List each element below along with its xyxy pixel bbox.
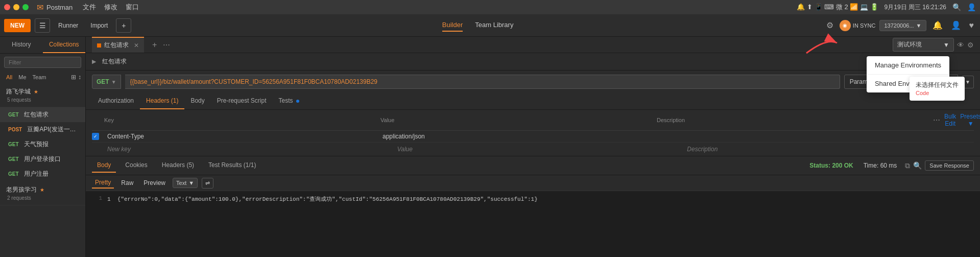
new-button[interactable]: NEW: [4, 19, 31, 32]
resp-tab-headers[interactable]: Headers (5): [157, 158, 199, 173]
account-button[interactable]: 13720006... ▼: [879, 20, 926, 31]
resp-tab-cookies[interactable]: Cookies: [120, 158, 152, 173]
user-icon[interactable]: 👤: [967, 3, 976, 11]
url-input[interactable]: [125, 75, 840, 89]
star-icon: ★: [34, 89, 38, 95]
request-tab-name[interactable]: 红包请求: [104, 41, 129, 50]
runner-button[interactable]: Runner: [54, 22, 82, 29]
star-icon: ★: [40, 187, 44, 193]
sidebar-toggle-button[interactable]: ☰: [35, 18, 50, 33]
resp-tab-test-results[interactable]: Test Results (1/1): [203, 158, 261, 173]
body-type-select[interactable]: Text ▼: [173, 178, 198, 188]
sidebar-filter: [0, 54, 85, 71]
sync-badge: ◉ IN SYNC: [840, 20, 876, 31]
request-item-register[interactable]: GET 用户注册: [0, 167, 85, 181]
sidebar-row-tab-all[interactable]: All: [4, 73, 14, 81]
request-item-hongbao[interactable]: GET 红包请求: [0, 107, 85, 122]
breadcrumb-arrow: ▶: [92, 58, 96, 65]
presets-button[interactable]: Presets ▼: [960, 113, 980, 127]
manage-environments-item[interactable]: Manage Environments: [867, 56, 949, 74]
request-tabs: Authorization Headers (1) Body Pre-reque…: [86, 93, 980, 110]
request-item-login[interactable]: GET 用户登录接口: [0, 152, 85, 167]
add-tab-icon[interactable]: +: [148, 40, 161, 50]
tab-builder[interactable]: Builder: [442, 19, 463, 32]
datetime: 9月19日 周三 16:21:26: [885, 3, 946, 12]
new-key-input[interactable]: [104, 145, 394, 154]
header-row-content-type: ✓ Content-Type application/json: [92, 131, 974, 143]
url-bar: GET ▼ Params Send ▼ Save ▼: [86, 71, 980, 93]
heart-icon-button[interactable]: ♥: [967, 19, 976, 32]
key-cell: Content-Type: [104, 133, 383, 140]
new-tab-button[interactable]: +: [116, 18, 131, 33]
sync-text: IN SYNC: [853, 22, 876, 29]
user-profile-button[interactable]: 👤: [949, 18, 963, 32]
maximize-traffic-light[interactable]: [22, 4, 29, 10]
col-key-header: Key: [104, 117, 380, 123]
titlebar-menu[interactable]: 文件 修改 窗口: [83, 3, 139, 12]
titlebar: ✉ Postman 文件 修改 窗口 🔔 ⬆ 📱 ⌨ 微 2 📶 💻 🔋 9月1…: [0, 0, 980, 14]
env-gear-button[interactable]: ⚙: [967, 41, 974, 49]
request-name: 红包请求: [24, 110, 49, 119]
account-label: 13720006...: [884, 22, 914, 29]
menu-window[interactable]: 窗口: [126, 3, 139, 12]
close-traffic-light[interactable]: [4, 4, 10, 10]
value-cell: application/json: [383, 133, 658, 140]
menu-file[interactable]: 文件: [83, 3, 96, 12]
sidebar-row-tab-me[interactable]: Me: [16, 73, 28, 81]
menu-edit[interactable]: 修改: [104, 3, 117, 12]
sidebar-row-tab-team[interactable]: Team: [31, 73, 49, 81]
save-response-button[interactable]: Save Response: [925, 160, 974, 171]
settings-icon-button[interactable]: ⚙: [824, 18, 835, 32]
tab-pre-request[interactable]: Pre-request Script: [211, 93, 273, 109]
environment-select[interactable]: 测试环境 ▼: [893, 38, 954, 52]
breadcrumb-text: 红包请求: [102, 57, 127, 66]
request-item-weather[interactable]: GET 天气预报: [0, 137, 85, 152]
content-area: 红包请求 ✕ + ⋯ 测试环境 ▼ 👁 ⚙ Manage Environment…: [86, 37, 980, 257]
env-label: 测试环境: [897, 40, 922, 49]
request-item-douban[interactable]: POST 豆瓣API(发送一条广...: [0, 122, 85, 137]
col-desc-header: Description: [657, 117, 933, 123]
close-tab-icon[interactable]: ✕: [134, 42, 139, 49]
tab-body[interactable]: Body: [184, 93, 210, 109]
titlebar-right: 🔔 ⬆ 📱 ⌨ 微 2 📶 💻 🔋 9月19日 周三 16:21:26 🔍 👤: [797, 3, 976, 12]
code-content: 1 {"errorNo":0,"data":{"amount":100.0},"…: [107, 195, 538, 203]
method-badge-get: GET: [6, 156, 21, 162]
status-value: 200 OK: [832, 162, 853, 169]
checkbox-content-type[interactable]: ✓: [92, 133, 99, 140]
sync-icon: ◉: [840, 20, 851, 31]
new-value-input[interactable]: [394, 145, 684, 154]
format-raw-button[interactable]: Raw: [118, 178, 136, 188]
search-response-button[interactable]: 🔍: [913, 161, 922, 170]
tab-authorization[interactable]: Authorization: [92, 93, 140, 109]
search-icon[interactable]: 🔍: [952, 3, 961, 11]
tab-headers[interactable]: Headers (1): [140, 93, 184, 109]
method-select[interactable]: GET ▼: [92, 75, 121, 89]
new-desc-input[interactable]: [684, 145, 974, 154]
bulk-edit-button[interactable]: Bulk Edit: [944, 113, 956, 127]
format-preview-button[interactable]: Preview: [140, 178, 169, 188]
no-select-message: 未选择任何文件 Code: [910, 77, 965, 101]
response-tabs-bar: Body Cookies Headers (5) Test Results (1…: [86, 156, 980, 175]
import-button[interactable]: Import: [86, 22, 112, 29]
dots-button[interactable]: ⋯: [933, 116, 940, 124]
toolbar-right: ⚙ ◉ IN SYNC 13720006... ▼ 🔔 👤 ♥: [824, 18, 976, 32]
minimize-traffic-light[interactable]: [13, 4, 19, 10]
more-tabs-icon[interactable]: ⋯: [161, 41, 172, 49]
filter-icon[interactable]: ↕: [78, 74, 81, 81]
copy-button[interactable]: ⧉: [905, 161, 910, 170]
format-pretty-button[interactable]: Pretty: [92, 177, 114, 189]
time-badge: Time: 60 ms: [864, 162, 897, 169]
sidebar-tab-history[interactable]: History: [0, 37, 43, 53]
method-arrow: ▼: [111, 79, 116, 85]
tab-tests[interactable]: Tests: [272, 93, 305, 109]
filter-input[interactable]: [4, 57, 81, 68]
bell-icon-button[interactable]: 🔔: [930, 18, 945, 32]
wrap-button[interactable]: ⇌: [202, 178, 213, 189]
sort-icon[interactable]: ⊞: [71, 74, 76, 81]
env-eye-button[interactable]: 👁: [957, 41, 964, 49]
tab-team-library[interactable]: Team Library: [475, 19, 513, 32]
collection-item-laonanhaixuexi[interactable]: 老男孩学习 ★ 2 requests: [0, 181, 85, 205]
collection-item-lufeishengcheng[interactable]: 路飞学城 ★ 5 requests: [0, 83, 85, 107]
sidebar-tab-collections[interactable]: Collections: [43, 37, 86, 53]
resp-tab-body[interactable]: Body: [92, 158, 116, 173]
